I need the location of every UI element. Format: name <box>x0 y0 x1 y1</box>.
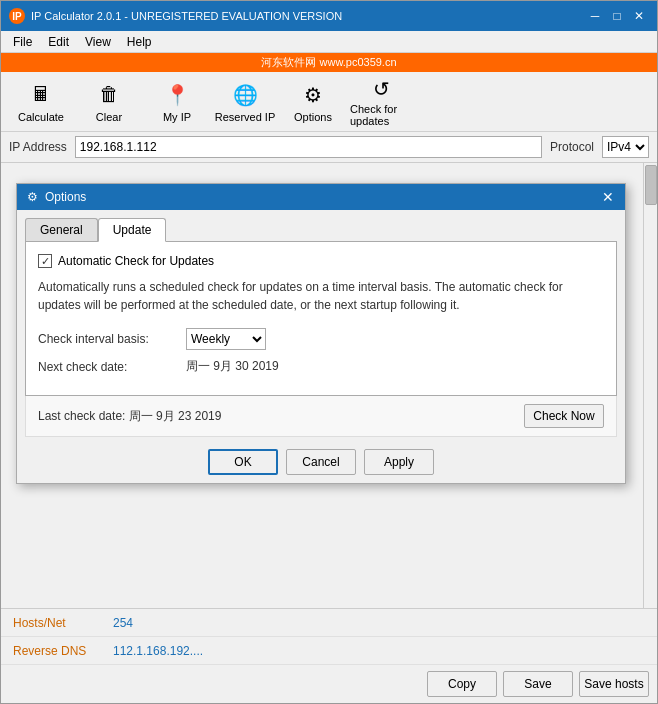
toolbar-reserved-ip[interactable]: 🌐 Reserved IP <box>213 76 277 128</box>
main-scrollbar[interactable] <box>643 163 657 608</box>
next-check-row: Next check date: 周一 9月 30 2019 <box>38 358 604 375</box>
scrollbar-thumb[interactable] <box>645 165 657 205</box>
options-icon: ⚙ <box>299 81 327 109</box>
dialog-actions: OK Cancel Apply <box>17 437 625 483</box>
calculate-icon: 🖩 <box>27 81 55 109</box>
main-content: ⚙ Options ✕ General Update ✓ Automatic C… <box>1 163 657 608</box>
minimize-button[interactable]: ─ <box>585 7 605 25</box>
check-section: Last check date: 周一 9月 23 2019 Check Now <box>25 396 617 437</box>
auto-check-checkbox[interactable]: ✓ <box>38 254 52 268</box>
check-now-button[interactable]: Check Now <box>524 404 604 428</box>
next-check-value: 周一 9月 30 2019 <box>186 358 279 375</box>
dialog-body: ✓ Automatic Check for Updates Automatica… <box>25 241 617 396</box>
cancel-button[interactable]: Cancel <box>286 449 356 475</box>
hosts-net-row: Hosts/Net 254 <box>1 609 657 637</box>
reverse-dns-row: Reverse DNS 112.1.168.192.... <box>1 637 657 665</box>
auto-check-row: ✓ Automatic Check for Updates <box>38 254 604 268</box>
reserved-ip-icon: 🌐 <box>231 81 259 109</box>
my-ip-icon: 📍 <box>163 81 191 109</box>
ip-address-label: IP Address <box>9 140 67 154</box>
dialog-title-left: ⚙ Options <box>25 190 86 204</box>
address-bar: IP Address Protocol IPv4 IPv6 <box>1 132 657 163</box>
protocol-label: Protocol <box>550 140 594 154</box>
menu-help[interactable]: Help <box>119 33 160 51</box>
title-bar-controls: ─ □ ✕ <box>585 7 649 25</box>
dialog-title-bar: ⚙ Options ✕ <box>17 184 625 210</box>
dialog-close-button[interactable]: ✕ <box>599 188 617 206</box>
tab-update[interactable]: Update <box>98 218 167 242</box>
hosts-net-key: Hosts/Net <box>13 616 113 630</box>
auto-check-label: Automatic Check for Updates <box>58 254 214 268</box>
window-title: IP Calculator 2.0.1 - UNREGISTERED EVALU… <box>31 10 342 22</box>
clear-icon: 🗑 <box>95 81 123 109</box>
toolbar-calculate[interactable]: 🖩 Calculate <box>9 76 73 128</box>
options-dialog: ⚙ Options ✕ General Update ✓ Automatic C… <box>16 183 626 484</box>
last-check-info: Last check date: 周一 9月 23 2019 <box>38 408 221 425</box>
toolbar-clear[interactable]: 🗑 Clear <box>77 76 141 128</box>
reverse-dns-key: Reverse DNS <box>13 644 113 658</box>
interval-row: Check interval basis: Weekly Daily Month… <box>38 328 604 350</box>
dialog-title-text: Options <box>45 190 86 204</box>
ok-button[interactable]: OK <box>208 449 278 475</box>
title-bar-left: IP IP Calculator 2.0.1 - UNREGISTERED EV… <box>9 8 342 24</box>
main-window: IP IP Calculator 2.0.1 - UNREGISTERED EV… <box>0 0 658 704</box>
hosts-net-value: 254 <box>113 616 133 630</box>
next-check-label: Next check date: <box>38 360 178 374</box>
copy-button[interactable]: Copy <box>427 671 497 697</box>
menu-view[interactable]: View <box>77 33 119 51</box>
toolbar-check-updates[interactable]: ↺ Check for updates <box>349 76 413 128</box>
toolbar-options[interactable]: ⚙ Options <box>281 76 345 128</box>
menu-file[interactable]: File <box>5 33 40 51</box>
description-text: Automatically runs a scheduled check for… <box>38 278 604 314</box>
ip-address-input[interactable] <box>75 136 542 158</box>
dialog-title-icon: ⚙ <box>25 190 39 204</box>
tabs-container: General Update <box>17 210 625 241</box>
protocol-select[interactable]: IPv4 IPv6 <box>602 136 649 158</box>
interval-label: Check interval basis: <box>38 332 178 346</box>
save-button[interactable]: Save <box>503 671 573 697</box>
save-hosts-button[interactable]: Save hosts <box>579 671 649 697</box>
title-bar: IP IP Calculator 2.0.1 - UNREGISTERED EV… <box>1 1 657 31</box>
interval-select[interactable]: Weekly Daily Monthly <box>186 328 266 350</box>
menu-bar: File Edit View Help <box>1 31 657 53</box>
tab-general[interactable]: General <box>25 218 98 241</box>
status-area: Hosts/Net 254 Reverse DNS 112.1.168.192.… <box>1 608 657 703</box>
toolbar-my-ip[interactable]: 📍 My IP <box>145 76 209 128</box>
app-icon: IP <box>9 8 25 24</box>
check-updates-icon: ↺ <box>367 77 395 101</box>
bottom-buttons: Copy Save Save hosts <box>1 665 657 703</box>
apply-button[interactable]: Apply <box>364 449 434 475</box>
watermark: 河东软件网 www.pc0359.cn <box>1 53 657 72</box>
maximize-button[interactable]: □ <box>607 7 627 25</box>
close-button[interactable]: ✕ <box>629 7 649 25</box>
reverse-dns-value: 112.1.168.192.... <box>113 644 203 658</box>
toolbar: 🖩 Calculate 🗑 Clear 📍 My IP 🌐 Reserved I… <box>1 72 657 132</box>
menu-edit[interactable]: Edit <box>40 33 77 51</box>
